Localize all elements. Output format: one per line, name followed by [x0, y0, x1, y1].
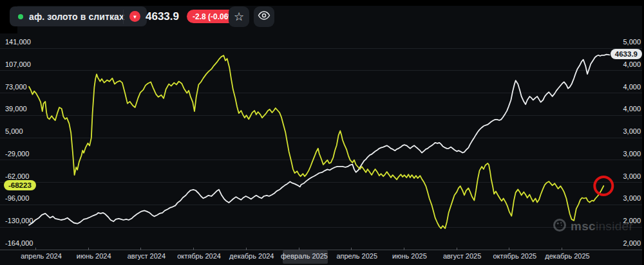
x-axis-tick — [457, 248, 457, 250]
x-axis-label: октябрь 2024 — [177, 252, 221, 260]
price-chart[interactable] — [0, 0, 644, 265]
indicator-line — [29, 55, 603, 228]
symbol-selector[interactable]: аф. золото в слитках — [10, 6, 147, 26]
x-axis-tick — [246, 248, 247, 250]
price-line — [29, 55, 609, 225]
header-divider — [123, 10, 124, 24]
x-axis-label: август 2025 — [443, 252, 481, 260]
eye-icon — [258, 11, 270, 23]
x-axis-label: июнь 2024 — [77, 252, 111, 260]
x-axis-label: декабрь 2025 — [545, 252, 589, 260]
favorite-button[interactable]: ☆ — [229, 6, 249, 27]
x-axis-label: октябрь 2025 — [493, 252, 536, 260]
x-axis-label: февраль 2025 — [281, 252, 328, 260]
x-axis-label: апрель 2025 — [336, 252, 377, 260]
x-axis-tick — [562, 248, 562, 250]
market-open-dot-icon — [18, 14, 23, 19]
x-axis-tick — [351, 248, 352, 250]
x-axis-tick — [509, 248, 509, 250]
x-axis-tick — [193, 248, 194, 250]
x-axis-label: август 2024 — [128, 252, 166, 260]
x-axis-tick — [404, 248, 404, 250]
price-direction-icon: ▼ — [129, 11, 140, 22]
x-axis-tick — [299, 248, 299, 250]
x-axis-tick — [88, 248, 89, 250]
star-icon: ☆ — [234, 10, 244, 24]
x-axis[interactable]: апрель 2024июнь 2024август 2024октябрь 2… — [0, 250, 644, 265]
symbol-name: аф. золото в слитках — [29, 12, 124, 22]
watchlist-button[interactable] — [254, 6, 274, 27]
x-axis-tick — [140, 248, 141, 250]
x-axis-label: декабрь 2024 — [229, 252, 274, 260]
last-price: 4633.9 — [146, 10, 179, 23]
chart-header: аф. золото в слитках ▼ 4633.9 -2.8 (-0.0… — [0, 0, 644, 35]
x-axis-label: июнь 2025 — [392, 252, 427, 260]
x-axis-label: апрель 2024 — [21, 252, 62, 260]
x-axis-tick — [35, 248, 36, 250]
